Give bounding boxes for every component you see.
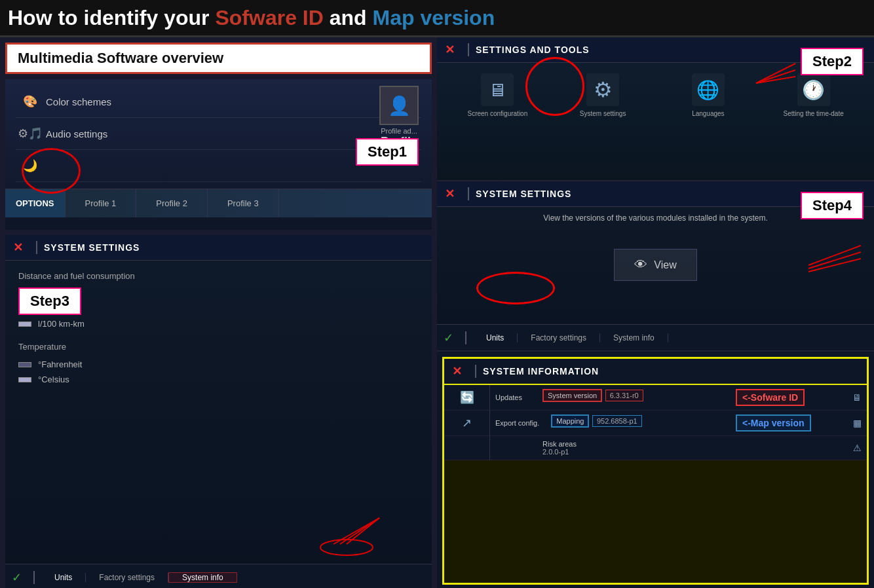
export-icon: ↗	[444, 411, 490, 435]
risk-value: 2.0.0-p1	[542, 448, 723, 456]
sys-right-separator	[468, 187, 469, 200]
info-row-system-version: 🔄 Updates System version 6.3.31-r0 <-Sof…	[444, 385, 867, 411]
sys-info-content: 🔄 Updates System version 6.3.31-r0 <-Sof…	[444, 385, 867, 460]
main-title: How to identify your Sofware ID and Map …	[0, 0, 874, 37]
view-button[interactable]: 👁 View	[614, 249, 696, 281]
sat-close-icon[interactable]: ✕	[445, 43, 455, 57]
svg-point-3	[320, 540, 373, 555]
radio-celsius[interactable]: °Celsius	[18, 375, 419, 384]
step1-box: Step1	[356, 138, 419, 166]
screen-config-label: Screen configuration	[468, 110, 528, 117]
left-column: Multimedia Software overview 🎨 Color sch…	[0, 37, 437, 588]
content-area: Multimedia Software overview 🎨 Color sch…	[0, 37, 874, 588]
audio-settings-icon: ⚙🎵	[21, 124, 39, 143]
radio-l100km[interactable]: l/100 km-km	[18, 319, 419, 329]
avatar: 👤	[379, 86, 419, 125]
title-map: Map version	[372, 6, 495, 29]
svg-line-1	[340, 518, 379, 544]
tab-factory-left[interactable]: Factory settings	[86, 573, 168, 582]
radio-dot-l100	[18, 322, 31, 327]
system-settings-item[interactable]: ⚙ System settings	[553, 73, 653, 117]
step3-label: Step3	[30, 293, 69, 309]
risk-annotation	[729, 436, 847, 460]
menu-item-color-schemes[interactable]: 🎨 Color schemes	[16, 86, 421, 118]
annotation-lines-svg	[281, 505, 412, 557]
profile-tab-2[interactable]: Profile 2	[136, 189, 208, 217]
radio-dot-fahrenheit	[18, 362, 31, 367]
system-version-label: System version	[542, 389, 602, 402]
radio-fahrenheit[interactable]: °Fahrenheit	[18, 359, 419, 369]
title-prefix: How to identify your	[8, 6, 215, 29]
sys-info-sep	[475, 365, 476, 378]
step4-label: Step4	[812, 197, 852, 213]
tab-units-right[interactable]: Units	[473, 333, 518, 342]
system-settings-icon: ⚙	[586, 73, 619, 106]
eye-icon: 👁	[634, 257, 647, 272]
time-date-item[interactable]: 🕐 Setting the time-date	[763, 73, 864, 117]
map-version-annotation: <-Map version	[736, 414, 811, 432]
radio-l100-label: l/100 km-km	[38, 319, 85, 329]
languages-item[interactable]: 🌐 Languages	[658, 73, 759, 117]
radio-fahrenheit-label: °Fahrenheit	[38, 359, 82, 369]
distance-label: Distance and fuel consumption	[18, 271, 419, 281]
mapping-end-icon: ▦	[847, 411, 867, 435]
system-version-main: System version 6.3.31-r0	[536, 385, 729, 410]
mapping-main: Mapping 952.6858-p1	[544, 411, 729, 435]
system-settings-left-title: SYSTEM SETTINGS	[44, 242, 140, 253]
radio-dot-celsius	[18, 377, 31, 382]
step1-label: Step1	[368, 143, 407, 160]
step3-box: Step3	[18, 287, 81, 315]
svg-line-2	[347, 518, 379, 544]
title-software: Sofware ID	[215, 6, 323, 29]
mapping-value: 952.6858-p1	[592, 415, 642, 427]
sys-info-title: SYSTEM INFORMATION	[483, 366, 599, 377]
step4-box: Step4	[801, 192, 864, 219]
options-button[interactable]: OPTIONS	[5, 189, 66, 217]
system-version-end-icon: 🖥	[847, 385, 867, 410]
svg-line-7	[808, 246, 861, 265]
step2-label: Step2	[812, 53, 852, 69]
system-settings-left-panel: ✕ SYSTEM SETTINGS Distance and fuel cons…	[5, 235, 432, 588]
settings-and-tools-panel: ✕ SETTINGS AND TOOLS 🖥 Screen configurat…	[437, 37, 874, 181]
updates-icon: 🔄	[444, 385, 490, 410]
close-icon[interactable]: ✕	[13, 240, 23, 255]
tab-factory-right[interactable]: Factory settings	[518, 333, 600, 342]
check-icon-right: ✓	[444, 331, 453, 345]
time-date-label: Setting the time-date	[783, 110, 843, 117]
sys-info-close-icon[interactable]: ✕	[452, 364, 462, 378]
screen-config-item[interactable]: 🖥 Screen configuration	[447, 73, 548, 117]
risk-end-icon: ⚠	[847, 436, 867, 460]
step2-box: Step2	[801, 48, 864, 75]
temperature-label: Temperature	[18, 342, 419, 352]
risk-main: Risk areas 2.0.0-p1	[536, 436, 729, 460]
sys-right-close-icon[interactable]: ✕	[445, 187, 455, 201]
software-id-annotation: <-Sofware ID	[736, 389, 805, 406]
mapping-annotation: <-Map version	[729, 411, 847, 435]
tab-sysinfo-left[interactable]: System info	[168, 572, 237, 583]
radio-celsius-label: °Celsius	[38, 375, 69, 384]
tab-units-left[interactable]: Units	[41, 573, 86, 582]
time-date-icon: 🕐	[797, 73, 830, 106]
view-circle-annotation	[476, 272, 555, 304]
tab-separator-right	[465, 331, 466, 344]
check-icon-left: ✓	[12, 570, 22, 585]
system-settings-left-header: ✕ SYSTEM SETTINGS	[5, 235, 432, 261]
info-row-mapping: ↗ Export config. Mapping 952.6858-p1 <-M…	[444, 411, 867, 436]
system-settings-label: System settings	[580, 110, 626, 117]
settings-menu: 🎨 Color schemes ⚙🎵 Audio settings 🌙	[5, 79, 432, 189]
title-middle: and	[324, 6, 373, 29]
bottom-tabs-right: ✓ Units Factory settings System info	[437, 324, 874, 350]
tab-sysinfo-right[interactable]: System info	[600, 333, 668, 342]
profile-tab-3[interactable]: Profile 3	[208, 189, 279, 217]
options-bar: OPTIONS Profile 1 Profile 2 Profile 3	[5, 189, 432, 217]
units-content: Distance and fuel consumption mpg-miles …	[5, 261, 432, 400]
view-btn-label: View	[654, 259, 676, 271]
settings-panel-1: 🎨 Color schemes ⚙🎵 Audio settings 🌙 👤 Pr…	[5, 79, 432, 230]
profile-tab-1[interactable]: Profile 1	[66, 189, 137, 217]
sys-right-title: SYSTEM SETTINGS	[476, 189, 571, 199]
system-settings-right-panel: ✕ SYSTEM SETTINGS View the versions of t…	[437, 181, 874, 352]
menu-item-audio-label: Audio settings	[46, 128, 107, 139]
svg-line-0	[333, 518, 379, 544]
updates-label: Updates	[495, 394, 531, 401]
screen-config-icon: 🖥	[481, 73, 514, 106]
